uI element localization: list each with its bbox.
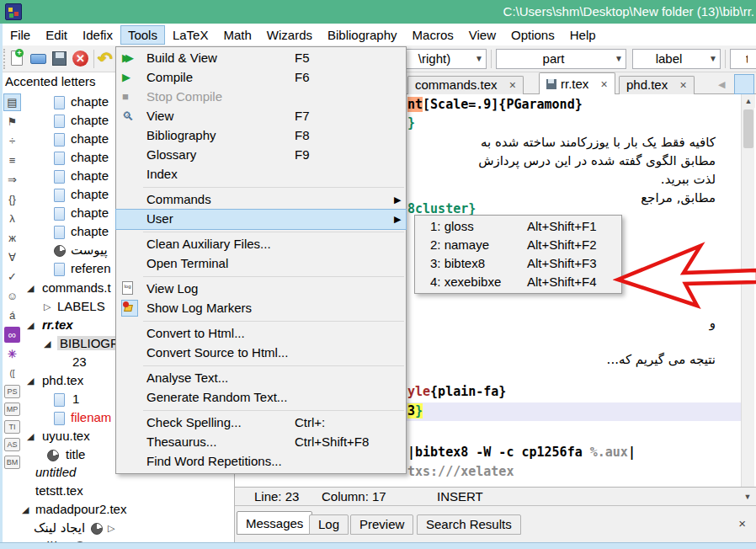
pstricks-panel-icon[interactable]: PS [4,385,20,398]
tab-rr-tex[interactable]: rr.tex × [539,72,615,94]
misc-text-icon[interactable]: ☺ [4,288,20,304]
tab-commands-tex[interactable]: commands.tex × [407,76,524,94]
tab-scroll-left-icon[interactable]: ◀ [718,79,725,90]
tab-close-icon[interactable]: × [509,78,516,92]
expanded-triangle-icon[interactable]: ◢ [44,338,51,349]
delimiters-panel-icon[interactable]: ([ [4,365,20,381]
menu-item-convert-source-to-html[interactable]: Convert Source to Html... [116,344,406,363]
menu-item-open-terminal[interactable]: Open Terminal [116,254,406,274]
menu-bibliography[interactable]: Bibliography [321,26,404,44]
beamer-panel-icon[interactable]: BM [4,456,20,469]
math-symbols-icon[interactable]: ÷ [4,133,20,149]
operators-icon[interactable]: ∀ [4,249,20,265]
tab-search-results[interactable]: Search Results [417,514,521,535]
label-combo[interactable]: label ▼ [632,49,721,69]
bottom-panel-close-icon[interactable]: × [738,516,746,530]
menu-item-user[interactable]: User▶ [116,210,406,229]
menu-file[interactable]: File [3,26,37,44]
menu-macros[interactable]: Macros [406,26,461,44]
menu-math[interactable]: Math [216,26,258,44]
cyrillic-icon[interactable]: ж [4,230,20,246]
brackets-icon[interactable]: {} [4,191,20,207]
menu-edit[interactable]: Edit [39,26,74,44]
infinity-panel-icon[interactable]: ∞ [4,327,20,343]
menu-separator [143,365,404,366]
tab-preview[interactable]: Preview [350,514,413,535]
tab-close-icon[interactable]: × [601,77,608,91]
menu-item-compile[interactable]: ▶CompileF6 [116,68,406,88]
undo-button[interactable]: ↶ [97,49,117,69]
menu-view[interactable]: View [462,26,503,44]
expanded-triangle-icon[interactable]: ◢ [27,320,34,331]
menu-latex[interactable]: LaTeX [166,26,216,44]
math-symbol-combo[interactable]: \right) ▼ [397,49,487,69]
tikz-panel-icon[interactable]: TI [4,420,20,434]
scrollbar-thumb[interactable] [743,109,753,148]
menu-item-view-log[interactable]: logView Log [116,280,406,299]
open-folder-icon [30,54,46,64]
file-icon [54,115,65,128]
menu-item-bibliography[interactable]: BibliographyF8 [116,126,406,146]
new-document-button[interactable]: + [8,49,28,69]
menu-item-clean-auxiliary-files[interactable]: Clean Auxiliary Files... [116,235,406,254]
title-bar[interactable]: C:\Users\shm\Desktop\New folder (13)\bib… [0,0,756,24]
menu-wizards[interactable]: Wizards [260,26,319,44]
menu-item-glossary[interactable]: GlossaryF9 [116,146,406,165]
close-document-button[interactable]: ✕ [71,49,91,69]
tab-messages[interactable]: Messages [237,511,312,535]
expanded-triangle-icon[interactable]: ◢ [27,376,34,386]
misc-math-icon[interactable]: ✓ [4,269,20,285]
red-annotation-arrow [613,232,756,309]
menu-item-view[interactable]: 🔍︎ViewF7 [116,107,406,126]
menu-tools[interactable]: Tools [121,26,164,44]
file-icon [54,226,65,239]
collapsed-triangle-icon[interactable]: ▷ [108,523,114,534]
save-button[interactable] [50,49,70,69]
expanded-triangle-icon[interactable]: ◢ [22,504,29,515]
menu-item-index[interactable]: Index [116,165,406,184]
menu-item-analyse-text[interactable]: Analyse Text... [116,369,406,388]
menu-item-show-log-markers[interactable]: Show Log Markers [116,299,406,318]
submenu-item-namaye[interactable]: 2: namayeAlt+Shift+F2 [415,236,621,254]
toolbar-grip[interactable] [3,49,6,69]
open-button[interactable] [29,49,49,69]
tab-phd-tex[interactable]: phd.tex × [619,76,695,94]
menu-item-stop-compile[interactable]: ■Stop Compile [116,88,406,107]
asymptote-panel-icon[interactable]: AS [4,438,20,451]
scroll-up-icon[interactable]: ▲ [742,94,755,108]
expanded-triangle-icon[interactable]: ◢ [27,431,34,442]
menu-item-build-view[interactable]: ▶▶Build & ViewF5 [116,49,406,68]
math-combo-value: \right) [398,51,471,66]
submenu-item-gloss[interactable]: 1: glossAlt+Shift+F1 [415,217,621,236]
menu-item-thesaurus[interactable]: Thesaurus...Ctrl+Shift+F8 [116,433,406,452]
status-column: Column: 17 [322,489,386,504]
tab-close-icon[interactable]: × [679,78,686,92]
menu-item-commands[interactable]: Commands▶ [116,190,406,210]
metapost-panel-icon[interactable]: MP [4,402,20,416]
menu-item-find-word-repetitions[interactable]: Find Word Repetitions... [116,452,406,472]
arrows-icon[interactable]: ⇒ [4,172,20,188]
menu-item-generate-random-text[interactable]: Generate Random Text... [116,388,406,408]
file-icon [54,189,65,202]
relations-icon[interactable]: ≡ [4,152,20,168]
submenu-item-xexebibxe[interactable]: 4: xexebibxeAlt+Shift+F4 [415,273,621,291]
clipped-combo[interactable]: t [730,49,756,69]
expanded-triangle-icon[interactable]: ◢ [27,283,34,294]
menu-idefix[interactable]: Idefix [76,26,120,44]
greek-icon[interactable]: λ [4,211,20,227]
tab-log[interactable]: Log [309,514,349,535]
submenu-item-bibtex8[interactable]: 3: bibtex8Alt+Shift+F3 [415,254,621,273]
tab-scroll-right-button[interactable] [734,74,754,94]
menu-item-check-spelling[interactable]: Check Spelling...Ctrl+: [116,413,406,433]
menu-options[interactable]: Options [504,26,562,44]
collapsed-triangle-icon[interactable]: ▷ [44,301,51,312]
menu-help[interactable]: Help [563,26,603,44]
structure-panel-icon[interactable]: ▤ [4,94,20,110]
accented-letters-icon[interactable]: á [4,307,20,323]
bookmark-panel-icon[interactable]: ⚑ [4,114,20,130]
menu-item-convert-to-html[interactable]: Convert to Html... [116,324,406,344]
app-icon-mark [14,12,19,16]
scroll-down-icon[interactable]: ▼ [741,490,754,504]
sectioning-combo[interactable]: part ▼ [496,49,626,69]
asterisk-panel-icon[interactable]: ✳ [4,346,20,362]
